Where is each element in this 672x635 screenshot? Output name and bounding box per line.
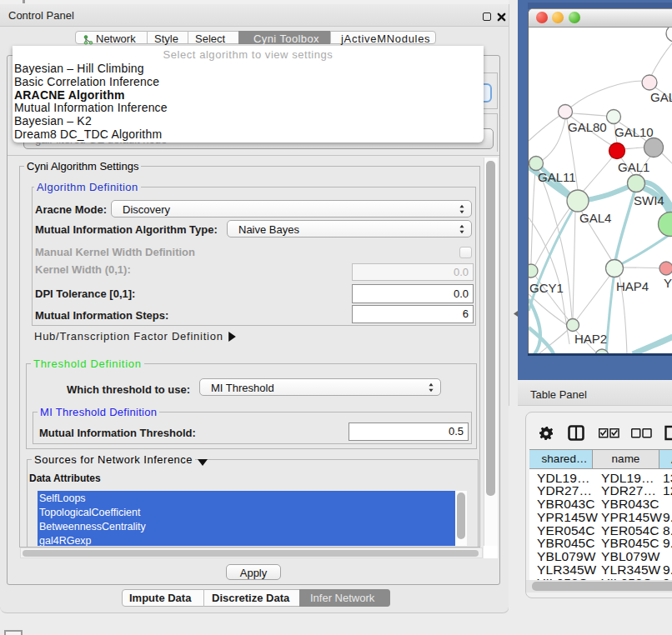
svg-text:SWI4: SWI4	[634, 193, 664, 208]
svg-text:GCY1: GCY1	[529, 281, 564, 295]
svg-text:GAL4: GAL4	[579, 211, 611, 225]
svg-text:HAP4: HAP4	[616, 279, 649, 293]
svg-text:GAL80: GAL80	[568, 120, 607, 134]
svg-text:GAL11: GAL11	[538, 170, 576, 184]
svg-text:GAL10: GAL10	[614, 125, 654, 139]
svg-text:HAP2: HAP2	[574, 332, 607, 346]
svg-text:GAL2: GAL2	[650, 90, 672, 104]
svg-text:Y: Y	[664, 276, 672, 290]
svg-text:GAL1: GAL1	[618, 160, 649, 174]
